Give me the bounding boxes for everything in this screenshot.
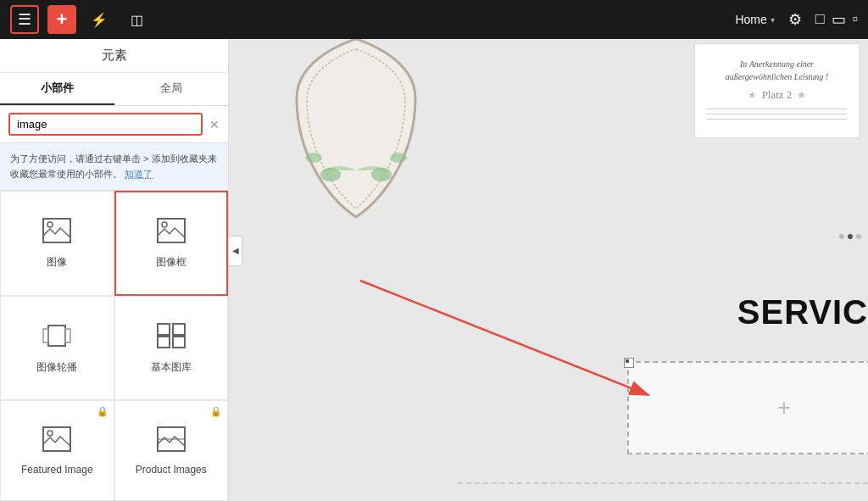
filter-icon: ⚡ xyxy=(91,12,108,28)
cert-place: ★ Platz 2 ★ xyxy=(707,88,847,102)
panel-collapse-button[interactable]: ◀ xyxy=(229,236,242,266)
arrow-indicator xyxy=(360,264,665,412)
dropzone-handle xyxy=(624,358,634,368)
shield-decoration xyxy=(280,39,432,229)
drop-zone-plus-icon: + xyxy=(777,394,791,421)
product-lock-icon: 🔒 xyxy=(210,406,222,417)
filter-button[interactable]: ⚡ xyxy=(85,5,114,34)
search-bar: ✕ xyxy=(0,106,228,143)
image-frame-dropzone[interactable]: + xyxy=(627,361,868,454)
widget-image-frame[interactable]: 图像框 xyxy=(114,191,229,296)
svg-rect-7 xyxy=(158,324,170,335)
canvas-content: In Anerkennung einer außergewöhnlichen L… xyxy=(229,39,868,501)
info-box: 为了方便访问，请通过右键单击 > 添加到收藏夹来收藏您最常使用的小部件。 知道了 xyxy=(0,143,228,191)
svg-rect-10 xyxy=(173,337,185,348)
logo-button[interactable]: ☰ xyxy=(10,5,39,34)
widget-product-icon xyxy=(156,426,186,459)
dot-2 xyxy=(848,234,853,239)
tab-global[interactable]: 全局 xyxy=(114,73,229,105)
dot-navigation xyxy=(839,234,861,239)
widget-basic-gallery[interactable]: 基本图库 xyxy=(114,296,229,399)
svg-point-12 xyxy=(47,431,53,436)
widget-featured-label: Featured Image xyxy=(21,464,93,476)
settings-button[interactable]: ⚙ xyxy=(788,10,802,29)
layers-icon: ◫ xyxy=(131,12,143,28)
add-icon: + xyxy=(57,8,68,31)
svg-rect-4 xyxy=(48,326,65,346)
svg-rect-8 xyxy=(173,324,185,335)
mobile-icon[interactable]: ▫ xyxy=(853,10,858,29)
home-label: Home xyxy=(735,13,766,26)
home-chevron-icon: ▾ xyxy=(771,15,775,25)
widget-carousel-label: 图像轮播 xyxy=(36,360,77,375)
cert-line2: außergewöhnlichen Leistung ! xyxy=(707,70,847,83)
toolbar-right: Home ▾ ⚙ □ ▭ ▫ xyxy=(735,10,858,29)
home-nav[interactable]: Home ▾ xyxy=(735,13,774,26)
widget-image-frame-label: 图像框 xyxy=(156,255,186,270)
svg-line-21 xyxy=(360,281,648,395)
widget-carousel-icon xyxy=(42,322,72,355)
svg-rect-2 xyxy=(158,219,185,242)
widget-image-icon xyxy=(42,217,72,250)
top-toolbar: ☰ + ⚡ ◫ Home ▾ ⚙ □ ▭ ▫ xyxy=(0,0,868,39)
service-heading: SERVIC xyxy=(737,293,868,331)
svg-rect-0 xyxy=(43,219,70,242)
widget-image-carousel[interactable]: 图像轮播 xyxy=(0,296,114,399)
canvas-area[interactable]: In Anerkennung einer außergewöhnlichen L… xyxy=(229,39,868,501)
widget-featured-icon xyxy=(42,426,72,459)
info-link[interactable]: 知道了 xyxy=(125,169,153,179)
widget-gallery-label: 基本图库 xyxy=(151,360,192,375)
svg-point-18 xyxy=(390,153,407,163)
device-switcher: □ ▭ ▫ xyxy=(815,10,858,29)
widget-image-label: 图像 xyxy=(47,255,67,270)
certificate-card: In Anerkennung einer außergewöhnlichen L… xyxy=(694,43,860,138)
svg-rect-19 xyxy=(626,359,629,363)
logo-icon: ☰ xyxy=(18,10,31,29)
svg-point-3 xyxy=(162,222,167,227)
svg-point-17 xyxy=(305,153,322,163)
section-divider xyxy=(458,482,868,484)
panel-tabs: 小部件 全局 xyxy=(0,73,228,106)
featured-lock-icon: 🔒 xyxy=(97,406,108,417)
search-input[interactable] xyxy=(8,113,203,136)
panel-title: 元素 xyxy=(0,39,228,73)
widget-featured-image[interactable]: 🔒 Featured Image xyxy=(0,400,114,501)
svg-point-1 xyxy=(47,222,53,227)
svg-rect-11 xyxy=(43,427,70,451)
widget-image-frame-icon xyxy=(156,217,186,250)
search-clear-button[interactable]: ✕ xyxy=(209,118,220,131)
main-area: 元素 小部件 全局 ✕ 为了方便访问，请通过右键单击 > 添加到收藏夹来收藏您最… xyxy=(0,39,868,501)
dot-1 xyxy=(839,234,844,239)
dot-3 xyxy=(856,234,861,239)
widget-product-images[interactable]: 🔒 Product Images xyxy=(114,400,229,501)
info-text: 为了方便访问，请通过右键单击 > 添加到收藏夹来收藏您最常使用的小部件。 xyxy=(10,153,217,179)
svg-rect-9 xyxy=(158,337,170,348)
tab-widget[interactable]: 小部件 xyxy=(0,73,114,105)
cert-line1: In Anerkennung einer xyxy=(707,58,847,70)
left-panel: 元素 小部件 全局 ✕ 为了方便访问，请通过右键单击 > 添加到收藏夹来收藏您最… xyxy=(0,39,229,501)
desktop-icon[interactable]: □ xyxy=(815,10,825,29)
widget-product-label: Product Images xyxy=(136,464,207,476)
widget-grid: 图像 图像框 xyxy=(0,191,228,501)
layers-button[interactable]: ◫ xyxy=(122,5,151,34)
add-element-button[interactable]: + xyxy=(47,5,76,34)
widget-gallery-icon xyxy=(156,322,186,355)
widget-image[interactable]: 图像 xyxy=(0,191,114,296)
collapse-icon: ◀ xyxy=(232,246,239,255)
tablet-icon[interactable]: ▭ xyxy=(832,10,846,29)
